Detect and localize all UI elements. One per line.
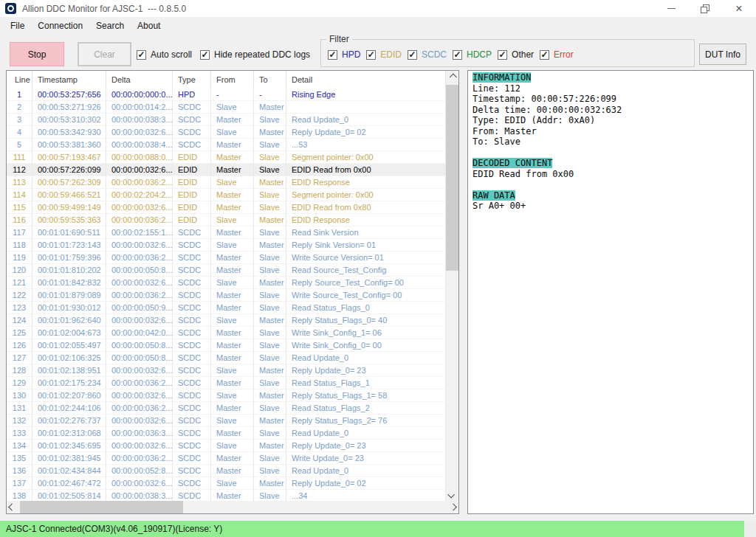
detail-panel[interactable]: INFORMATIONLine: 112Timestamp: 00:00:57:…: [467, 70, 754, 514]
horizontal-scrollbar[interactable]: [7, 501, 458, 513]
table-row[interactable]: 11700:01:01:690:51100:00:02:155:1...SCDC…: [7, 226, 446, 239]
column-header-to[interactable]: To: [254, 71, 286, 89]
cell-delta: 00:00:00:032:6...: [106, 126, 173, 139]
table-row[interactable]: 11100:00:57:193:46700:00:00:088:0...EDID…: [7, 151, 446, 164]
table-row[interactable]: 13400:01:02:345:69500:00:00:032:6...SCDC…: [7, 440, 446, 452]
column-header-from[interactable]: From: [211, 71, 254, 89]
table-row[interactable]: 12400:01:01:962:64000:00:00:032:6...SCDC…: [7, 314, 446, 327]
cell-timestamp: 00:00:53:271:926: [32, 101, 106, 114]
menu-search[interactable]: Search: [89, 18, 131, 34]
cell-line: 118: [7, 239, 32, 252]
checkbox-icon: ✓: [328, 50, 337, 60]
vertical-scrollbar-thumb[interactable]: [446, 85, 458, 271]
cell-timestamp: 00:01:02:175:234: [32, 377, 106, 389]
filter-edid-checkbox[interactable]: ✓EDID: [366, 49, 402, 60]
cell-from: Master: [211, 151, 254, 164]
horizontal-scrollbar-thumb[interactable]: [20, 501, 183, 513]
table-row[interactable]: 11800:01:01:723:14300:00:00:032:6...SCDC…: [7, 239, 446, 252]
restore-button[interactable]: [688, 0, 722, 17]
cell-type: SCDC: [173, 465, 211, 477]
vertical-scrollbar[interactable]: [446, 71, 458, 501]
table-row[interactable]: 200:00:53:271:92600:00:00:014:2...SCDCSl…: [7, 101, 446, 114]
detail-line: Delta time: 00:00:00:032:632: [472, 105, 750, 116]
table-row[interactable]: 12600:01:02:055:49700:00:00:050:8...SCDC…: [7, 339, 446, 352]
column-header-timestamp[interactable]: Timestamp: [32, 71, 106, 89]
filter-hpd-checkbox[interactable]: ✓HPD: [328, 49, 360, 60]
auto-scroll-checkbox[interactable]: ✓ Auto scroll: [137, 49, 192, 60]
table-row[interactable]: 13000:01:02:207:86000:00:00:032:6...SCDC…: [7, 389, 446, 402]
table-row[interactable]: 100:00:53:257:65600:00:00:000:0...HPD--R…: [7, 89, 446, 101]
close-button[interactable]: ×: [722, 0, 756, 17]
filter-hdcp-checkbox[interactable]: ✓HDCP: [453, 49, 492, 60]
stop-button[interactable]: Stop: [10, 42, 64, 66]
table-row[interactable]: 11500:00:59:499:14900:00:00:032:6...EDID…: [7, 201, 446, 214]
cell-to: Slave: [254, 114, 286, 126]
table-row[interactable]: 12500:01:02:004:67300:00:00:042:0...SCDC…: [7, 327, 446, 339]
table-row[interactable]: 11300:00:57:262:30900:00:00:036:2...EDID…: [7, 176, 446, 189]
table-row[interactable]: 300:00:53:310:30200:00:00:038:3...SCDCMa…: [7, 114, 446, 126]
table-row[interactable]: 13700:01:02:467:47200:00:00:032:6...SCDC…: [7, 477, 446, 490]
table-row[interactable]: 13200:01:02:276:73700:00:00:032:6...SCDC…: [7, 415, 446, 427]
cell-timestamp: 00:00:59:499:149: [32, 201, 106, 214]
cell-type: SCDC: [173, 352, 211, 364]
cell-timestamp: 00:01:02:244:106: [32, 402, 106, 415]
cell-timestamp: 00:01:02:381:945: [32, 452, 106, 465]
column-header-delta[interactable]: Delta: [106, 71, 173, 89]
cell-from: Master: [211, 402, 254, 415]
table-row[interactable]: 13600:01:02:434:84400:00:00:052:8...SCDC…: [7, 465, 446, 477]
hide-repeated-checkbox[interactable]: ✓ Hide repeated DDC logs: [200, 49, 310, 60]
scroll-up-icon[interactable]: [446, 71, 458, 83]
cell-line: 137: [7, 477, 32, 490]
table-row[interactable]: 12200:01:01:879:08900:00:00:036:2...SCDC…: [7, 289, 446, 302]
hide-repeated-label: Hide repeated DDC logs: [214, 49, 310, 60]
clear-button[interactable]: Clear: [78, 42, 131, 66]
filter-group: Filter ✓HPD✓EDID✓SCDC✓HDCP✓Other✓Error: [320, 39, 695, 67]
menu-about[interactable]: About: [131, 18, 167, 34]
table-row[interactable]: 13500:01:02:381:94500:00:00:036:2...SCDC…: [7, 452, 446, 465]
cell-from: Slave: [211, 277, 254, 289]
cell-detail: Read Status_Flags_2: [286, 402, 446, 415]
cell-line: 117: [7, 226, 32, 239]
cell-detail: Reply Update_0= 23: [286, 364, 446, 377]
table-row[interactable]: 400:00:53:342:93000:00:00:032:6...SCDCSl…: [7, 126, 446, 139]
dut-info-button[interactable]: DUT Info: [699, 44, 746, 65]
menu-file[interactable]: File: [4, 18, 31, 34]
table-row[interactable]: 12800:01:02:138:95100:00:00:032:6...SCDC…: [7, 364, 446, 377]
table-row[interactable]: 12700:01:02:106:32500:00:00:050:8...SCDC…: [7, 352, 446, 364]
table-row[interactable]: 11600:00:59:535:36300:00:00:036:2...EDID…: [7, 214, 446, 226]
cell-delta: 00:00:00:050:8...: [106, 352, 173, 364]
table-row[interactable]: 12300:01:01:930:01200:00:00:050:9...SCDC…: [7, 302, 446, 314]
table-row[interactable]: 12000:01:01:810:20200:00:00:050:8...SCDC…: [7, 264, 446, 277]
table-row[interactable]: 13100:01:02:244:10600:00:00:036:2...SCDC…: [7, 402, 446, 415]
cell-line: 4: [7, 126, 32, 139]
column-header-type[interactable]: Type: [173, 71, 211, 89]
filter-error-checkbox[interactable]: ✓Error: [540, 49, 574, 60]
filter-other-checkbox[interactable]: ✓Other: [498, 49, 534, 60]
cell-type: SCDC: [173, 314, 211, 327]
table-row[interactable]: 13300:01:02:313:06800:00:00:036:3...SCDC…: [7, 427, 446, 440]
scroll-left-icon[interactable]: [7, 501, 19, 513]
column-header-line[interactable]: Line: [7, 71, 32, 89]
cell-detail: Reply Status_Flags_1= 58: [286, 389, 446, 402]
cell-from: Master: [211, 427, 254, 440]
table-row[interactable]: 11200:00:57:226:09900:00:00:032:6...EDID…: [7, 164, 446, 176]
table-row[interactable]: 11900:01:01:759:39600:00:00:036:2...SCDC…: [7, 252, 446, 264]
cell-detail: Reply Update_0= 02: [286, 126, 446, 139]
cell-detail: ...34: [286, 490, 446, 501]
cell-to: Slave: [254, 151, 286, 164]
scroll-down-icon[interactable]: [446, 488, 458, 501]
filter-scdc-checkbox[interactable]: ✓SCDC: [408, 49, 447, 60]
table-row[interactable]: 500:00:53:381:36000:00:00:038:4...SCDCMa…: [7, 139, 446, 151]
table-row[interactable]: 12900:01:02:175:23400:00:00:036:2...SCDC…: [7, 377, 446, 389]
menu-connection[interactable]: Connection: [31, 18, 89, 34]
column-header-detail[interactable]: Detail: [286, 71, 446, 89]
scroll-right-icon[interactable]: [446, 501, 458, 513]
filter-label: EDID: [380, 49, 402, 60]
table-row[interactable]: 11400:00:59:466:52100:00:02:204:2...EDID…: [7, 189, 446, 201]
cell-to: Slave: [254, 139, 286, 151]
cell-from: Master: [211, 114, 254, 126]
cell-to: Slave: [254, 302, 286, 314]
table-row[interactable]: 13800:01:02:505:81400:00:00:038:3...SCDC…: [7, 490, 446, 501]
table-row[interactable]: 12100:01:01:842:83200:00:00:032:6...SCDC…: [7, 277, 446, 289]
minimize-button[interactable]: [654, 0, 688, 17]
